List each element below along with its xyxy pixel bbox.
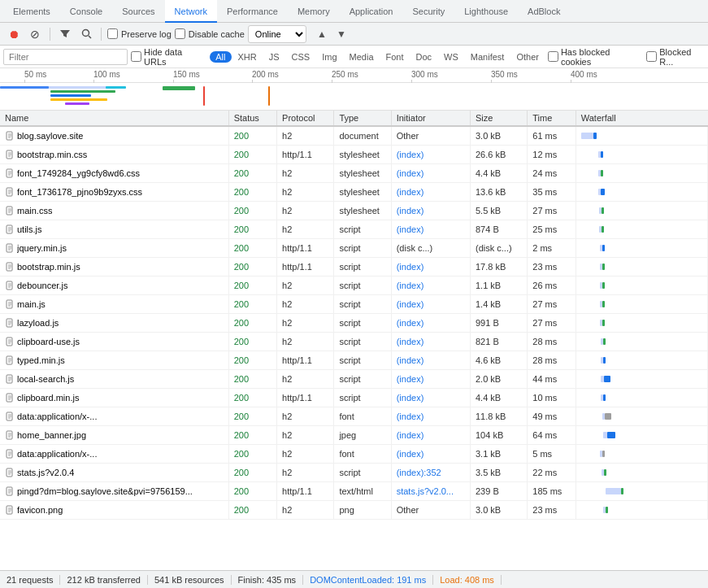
preserve-log-checkbox[interactable]: Preserve log xyxy=(107,28,172,39)
table-row[interactable]: main.js 200 h2 script (index) 1.4 kB 27 … xyxy=(0,295,708,314)
table-row[interactable]: utils.js 200 h2 script (index) 874 B 25 … xyxy=(0,220,708,239)
preserve-log-input[interactable] xyxy=(107,28,118,39)
initiator-link[interactable]: (index):352 xyxy=(397,468,441,477)
cell-size: 3.0 kB xyxy=(470,501,527,520)
disable-cache-checkbox[interactable]: Disable cache xyxy=(175,28,245,39)
initiator-link[interactable]: (index) xyxy=(397,224,424,234)
import-button[interactable]: ▲ xyxy=(313,25,331,43)
initiator-link[interactable]: (index) xyxy=(397,412,424,421)
cell-protocol: h2 xyxy=(277,126,334,146)
filter-other[interactable]: Other xyxy=(510,51,545,63)
col-protocol[interactable]: Protocol xyxy=(277,111,334,126)
network-throttle-select[interactable]: Online Fast 3G Slow 3G Offline xyxy=(248,25,306,43)
col-waterfall[interactable]: Waterfall xyxy=(576,111,707,126)
table-row[interactable]: debouncer.js 200 h2 script (index) 1.1 k… xyxy=(0,277,708,295)
cell-waterfall xyxy=(576,464,707,482)
blocked-requests-checkbox[interactable]: Blocked R... xyxy=(646,47,705,67)
filter-all[interactable]: All xyxy=(210,51,231,63)
col-type[interactable]: Type xyxy=(334,111,391,126)
cell-type: script xyxy=(334,351,391,370)
table-row[interactable]: main.css 200 h2 stylesheet (index) 5.5 k… xyxy=(0,202,708,220)
filter-img[interactable]: Img xyxy=(316,51,342,63)
has-blocked-cookies-checkbox[interactable]: Has blocked cookies xyxy=(548,47,638,67)
initiator-link[interactable]: (index) xyxy=(397,318,424,328)
filter-js[interactable]: JS xyxy=(263,51,285,63)
initiator-link[interactable]: (index) xyxy=(397,150,424,159)
filter-css[interactable]: CSS xyxy=(286,51,316,63)
tab-console[interactable]: Console xyxy=(60,0,112,23)
has-blocked-cookies-input[interactable] xyxy=(548,51,558,62)
tab-elements[interactable]: Elements xyxy=(3,0,60,23)
status-code: 200 xyxy=(234,224,249,234)
table-row[interactable]: bootstrap.min.css 200 http/1.1 styleshee… xyxy=(0,146,708,164)
table-row[interactable]: lazyload.js 200 h2 script (index) 991 B … xyxy=(0,314,708,333)
initiator-link[interactable]: (index) xyxy=(397,187,424,197)
table-row[interactable]: typed.min.js 200 http/1.1 script (index)… xyxy=(0,351,708,370)
search-icon-button[interactable] xyxy=(77,25,95,43)
initiator-link[interactable]: (index) xyxy=(397,168,424,178)
initiator-link[interactable]: (index) xyxy=(397,206,424,216)
cell-status: 200 xyxy=(228,295,276,314)
tab-network[interactable]: Network xyxy=(165,0,217,23)
tl-bar-yellow xyxy=(50,98,107,101)
filter-font[interactable]: Font xyxy=(380,51,410,63)
table-row[interactable]: data:application/x-... 200 h2 font (inde… xyxy=(0,407,708,426)
disable-cache-input[interactable] xyxy=(175,28,185,39)
cell-waterfall xyxy=(576,333,707,351)
col-name[interactable]: Name xyxy=(0,111,228,126)
col-size[interactable]: Size xyxy=(470,111,527,126)
table-row[interactable]: blog.saylove.site 200 h2 document Other … xyxy=(0,126,708,146)
table-row[interactable]: pingd?dm=blog.saylove.site&pvi=9756159..… xyxy=(0,482,708,501)
wf-recv-bar xyxy=(604,469,606,476)
record-button[interactable]: ⏺ xyxy=(5,25,23,43)
tab-memory[interactable]: Memory xyxy=(288,0,340,23)
col-status[interactable]: Status xyxy=(228,111,276,126)
tab-adblock[interactable]: AdBlock xyxy=(518,0,570,23)
table-row[interactable]: jquery.min.js 200 http/1.1 script (disk … xyxy=(0,239,708,258)
initiator-link[interactable]: (index) xyxy=(397,299,424,309)
initiator-link[interactable]: (index) xyxy=(397,262,424,272)
status-code: 200 xyxy=(234,430,249,440)
tab-application[interactable]: Application xyxy=(340,0,403,23)
initiator-link[interactable]: (index) xyxy=(397,449,424,459)
stop-button[interactable]: ⊘ xyxy=(26,25,44,43)
filter-ws[interactable]: WS xyxy=(438,51,464,63)
initiator-link[interactable]: stats.js?v2.0... xyxy=(397,486,454,496)
table-row[interactable]: home_banner.jpg 200 h2 jpeg (index) 104 … xyxy=(0,426,708,445)
export-button[interactable]: ▼ xyxy=(332,25,350,43)
filter-input[interactable] xyxy=(3,49,128,65)
table-row[interactable]: stats.js?v2.0.4 200 h2 script (index):35… xyxy=(0,464,708,482)
filter-media[interactable]: Media xyxy=(344,51,380,63)
table-row[interactable]: clipboard.min.js 200 http/1.1 script (in… xyxy=(0,389,708,407)
timeline-mark-350: 350 ms xyxy=(491,70,518,79)
table-row[interactable]: local-search.js 200 h2 script (index) 2.… xyxy=(0,370,708,389)
wf-recv-bar xyxy=(603,338,606,345)
hide-data-urls-input[interactable] xyxy=(131,51,141,62)
initiator-link[interactable]: (index) xyxy=(397,281,424,290)
initiator-link[interactable]: (index) xyxy=(397,374,424,384)
table-row[interactable]: clipboard-use.js 200 h2 script (index) 8… xyxy=(0,333,708,351)
filter-doc[interactable]: Doc xyxy=(410,51,438,63)
initiator-link[interactable]: (index) xyxy=(397,393,424,403)
table-row[interactable]: favicon.png 200 h2 png Other 3.0 kB 23 m… xyxy=(0,501,708,520)
table-row[interactable]: font_1749284_yg9cfy8wd6.css 200 h2 style… xyxy=(0,164,708,183)
hide-data-urls-checkbox[interactable]: Hide data URLs xyxy=(131,47,203,67)
table-row[interactable]: font_1736178_pjno9b9zyxs.css 200 h2 styl… xyxy=(0,183,708,202)
cell-protocol: h2 xyxy=(277,295,334,314)
tab-performance[interactable]: Performance xyxy=(217,0,288,23)
tab-security[interactable]: Security xyxy=(402,0,454,23)
initiator-link[interactable]: (index) xyxy=(397,355,424,365)
filter-icon-button[interactable] xyxy=(56,25,74,43)
filter-manifest[interactable]: Manifest xyxy=(465,51,510,63)
initiator-link[interactable]: (index) xyxy=(397,337,424,346)
col-time[interactable]: Time xyxy=(528,111,576,126)
initiator-link[interactable]: (index) xyxy=(397,430,424,440)
col-initiator[interactable]: Initiator xyxy=(391,111,470,126)
table-row[interactable]: data:application/x-... 200 h2 font (inde… xyxy=(0,445,708,464)
tab-lighthouse[interactable]: Lighthouse xyxy=(454,0,518,23)
blocked-requests-input[interactable] xyxy=(646,51,657,62)
table-row[interactable]: bootstrap.min.js 200 http/1.1 script (in… xyxy=(0,258,708,277)
tab-sources[interactable]: Sources xyxy=(112,0,164,23)
cell-waterfall xyxy=(576,202,707,220)
filter-xhr[interactable]: XHR xyxy=(232,51,263,63)
